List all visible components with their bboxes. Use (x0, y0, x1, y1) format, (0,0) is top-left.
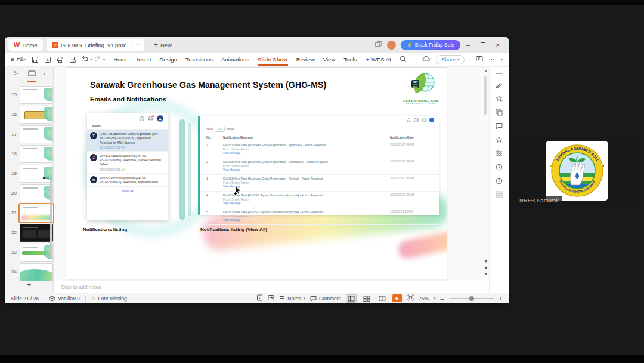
user-avatar[interactable] (387, 41, 396, 50)
tab-review[interactable]: Review (296, 56, 315, 63)
tab-insert[interactable]: Insert (137, 56, 151, 63)
black-friday-sale-button[interactable]: ⚡ Black Friday Sale (401, 40, 460, 50)
presenter-notes-icon[interactable] (256, 294, 263, 302)
slides-view-icon[interactable] (28, 69, 36, 79)
collapse-rail-icon[interactable] (496, 72, 503, 75)
panel-scrollbar[interactable] (50, 180, 52, 258)
new-tab-button[interactable]: + New (154, 41, 172, 49)
row-from: From : System Admin (223, 148, 390, 152)
comment-label: Comment (319, 296, 341, 302)
zoom-level[interactable]: 75% (419, 296, 429, 302)
comment-panel-icon[interactable] (496, 122, 503, 130)
notes-toggle[interactable]: Notes ▾ (279, 296, 305, 302)
tab-animations[interactable]: Animations (221, 56, 249, 63)
slide-thumbnail-20[interactable]: 20 (5, 183, 53, 203)
notes-pane[interactable]: Click to add notes (54, 281, 489, 293)
settings-sliders-icon[interactable] (496, 150, 503, 157)
panel-expand-icon[interactable]: › (44, 71, 45, 77)
slide-canvas[interactable]: Sarawak Greenhouse Gas Management System… (66, 67, 447, 279)
theme-indicator[interactable]: VanillaVTI (49, 296, 80, 302)
save-icon[interactable] (32, 56, 39, 63)
zoom-caret-icon[interactable]: ▾ (434, 296, 436, 301)
editor-column: Sarawak Greenhouse Gas Management System… (54, 67, 489, 293)
apps-grid-icon[interactable] (496, 191, 503, 198)
thumbnail-image (20, 244, 53, 262)
slide-thumbnail-17[interactable]: 17 (5, 124, 53, 144)
row-message: EnVISS New Task [Business Entity Registr… (223, 177, 390, 182)
search-icon[interactable] (400, 56, 407, 64)
row-from: From : System Admin (223, 182, 390, 186)
comment-button[interactable]: Comment (310, 296, 341, 302)
add-slide-button[interactable]: + (5, 280, 53, 289)
slide-number: 16 (5, 112, 17, 117)
scroll-down-arrow[interactable]: ▾ (485, 260, 487, 263)
slide-sorter-view-button[interactable] (361, 294, 372, 303)
participant-video-tile[interactable]: LEMBAGA SUMBER ASLI DAN ALAM SEKITAR SAR… (512, 134, 640, 208)
comment-icon (310, 296, 317, 302)
export-icon[interactable] (44, 56, 51, 63)
zoom-slider-handle[interactable] (469, 296, 474, 301)
tab-slide-show[interactable]: Slide Show (258, 56, 288, 63)
redo-icon[interactable] (94, 56, 101, 63)
fit-slide-icon[interactable] (407, 294, 414, 302)
task-pane-icon[interactable] (476, 56, 483, 63)
previous-slide-button[interactable]: ▴ (485, 266, 487, 269)
cloud-icon[interactable] (422, 56, 431, 63)
editing-tools-icon[interactable] (496, 81, 503, 88)
slide-thumbnail-15[interactable]: 15 (5, 85, 53, 104)
home-tab[interactable]: W Home (8, 39, 43, 51)
close-button[interactable]: × (490, 37, 505, 53)
font-missing-warning[interactable]: ⚠ Font Missing (91, 296, 126, 302)
file-menu[interactable]: ≡ File (11, 56, 26, 63)
reading-view-button[interactable] (377, 294, 388, 303)
slide-thumbnail-18[interactable]: 18 (5, 144, 53, 164)
slide-thumbnail-23[interactable]: 23 (5, 242, 53, 262)
view-message-link: View Message (223, 168, 390, 173)
print-preview-icon[interactable] (69, 56, 76, 63)
tab-transitions[interactable]: Transitions (185, 56, 213, 63)
notification-badge (152, 115, 154, 117)
show-label: Show (206, 128, 213, 131)
scroll-up-arrow[interactable]: ▴ (485, 69, 487, 73)
row-date: 30/7/2025 07:49 AM (390, 143, 434, 156)
zoom-out-button[interactable]: – (440, 295, 444, 302)
slide-thumbnail-21-selected[interactable]: 21 (5, 203, 53, 223)
slide-thumbnail-19[interactable]: 19 (5, 164, 53, 183)
vertical-scrollbar[interactable] (484, 76, 487, 115)
present-from-start-icon[interactable] (268, 294, 274, 302)
slide-thumbnail-22[interactable]: 22 (5, 223, 53, 242)
slideshow-play-button[interactable]: ▶ (392, 294, 402, 302)
shapes-icon[interactable] (496, 109, 503, 116)
more-options-icon[interactable]: ⋯ (488, 56, 495, 63)
tab-design[interactable]: Design (159, 56, 177, 63)
tab-wps-ai[interactable]: ✦ WPS AI (365, 56, 391, 63)
slide-thumbnail-24[interactable]: 24 (5, 262, 53, 282)
share-button[interactable]: Share ▾ (436, 55, 465, 64)
print-icon[interactable] (57, 56, 64, 63)
window-switch-icon[interactable] (375, 39, 382, 50)
row-message: EnVISS New Task [EnVISS Signup Submissio… (223, 193, 390, 198)
favorites-icon[interactable] (496, 136, 503, 143)
maximize-button[interactable] (475, 37, 490, 53)
minimize-button[interactable]: – (460, 37, 475, 53)
zoom-slider[interactable] (449, 298, 494, 299)
slide-thumbnail-16[interactable]: 16 (5, 104, 53, 124)
outline-view-icon[interactable] (13, 69, 20, 79)
normal-view-button[interactable] (346, 294, 357, 303)
undo-icon[interactable] (81, 56, 88, 63)
document-tab[interactable]: P GHGMS_Briefing_v1.pptx ◌ * (47, 39, 144, 51)
toolbar-right-group: Share ▾ ⋯ ▾ (422, 55, 503, 64)
zoom-in-button[interactable]: + (499, 295, 503, 302)
chevron-down-icon[interactable]: ▾ (103, 57, 106, 62)
collapse-ribbon-icon[interactable]: ▾ (500, 57, 503, 62)
undo-dropdown-icon[interactable]: ▾ (90, 57, 92, 62)
tab-tools[interactable]: Tools (343, 56, 357, 63)
ai-assistant-icon[interactable] (496, 95, 503, 102)
next-slide-button[interactable]: ▾ (485, 272, 487, 276)
tab-home[interactable]: Home (113, 56, 128, 63)
caption-right: Notifications listing (View All) (200, 227, 267, 232)
history-icon[interactable] (496, 164, 503, 171)
tab-view[interactable]: View (323, 56, 335, 63)
view-message-link: View Message (223, 202, 390, 206)
help-icon[interactable]: ? (496, 177, 503, 184)
